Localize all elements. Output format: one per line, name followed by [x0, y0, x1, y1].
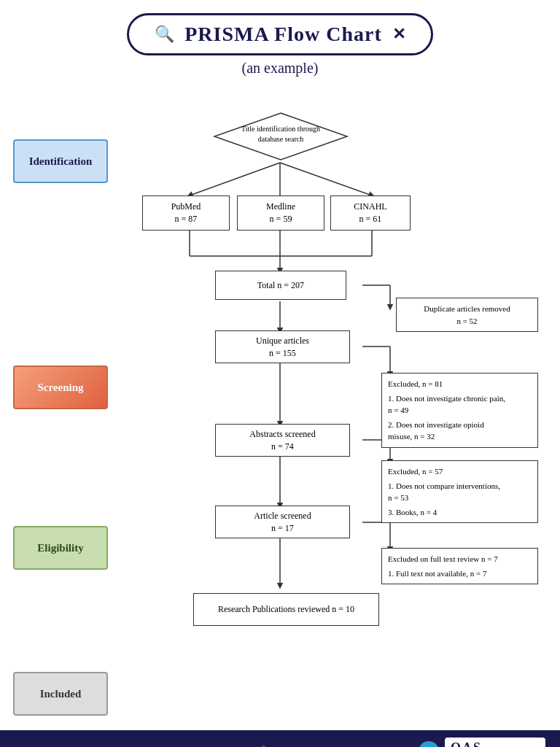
- footer: ✉ onlineassignmentservices1@gmail.com 📞 …: [0, 730, 560, 747]
- duplicate-box: Duplicate articles removed n = 52: [396, 298, 538, 332]
- oas-logo-box: OAS ONLINE ASSIGNMENT SERVICES: [445, 738, 545, 747]
- excluded-81-box: Excluded, n = 81 1. Does not investigate…: [381, 373, 538, 448]
- article-screened-box: Article screened n = 17: [215, 506, 350, 538]
- pubmed-box: PubMed n = 87: [142, 196, 230, 231]
- mail-icon: ✉: [15, 745, 24, 748]
- chart-area: Identification Screening Eligibility Inc…: [0, 90, 560, 724]
- footer-logo: 🌐 OAS ONLINE ASSIGNMENT SERVICES: [419, 738, 545, 747]
- excluded-full-text-box: Excluded on full text review n = 7 1. Fu…: [381, 548, 538, 584]
- subtitle: (an example): [0, 60, 560, 77]
- footer-phone: 📞 +61 871501720: [260, 745, 341, 748]
- total-box: Total n = 207: [215, 271, 346, 300]
- excluded-57-box: Excluded, n = 57 1. Does not compare int…: [381, 460, 538, 523]
- footer-email: ✉ onlineassignmentservices1@gmail.com: [15, 745, 182, 748]
- label-screening: Screening: [13, 365, 108, 409]
- svg-line-0: [190, 163, 280, 196]
- search-icon: 🔍: [155, 25, 174, 44]
- oas-text: OAS: [451, 740, 540, 747]
- page-title: PRISMA Flow Chart: [184, 23, 382, 46]
- svg-line-2: [280, 163, 372, 196]
- search-bar[interactable]: 🔍 PRISMA Flow Chart ✕: [127, 13, 433, 55]
- medline-box: Medline n = 59: [237, 196, 324, 231]
- svg-text:Title identification through: Title identification through: [241, 125, 320, 133]
- title-diamond-svg: Title identification through database se…: [211, 110, 350, 163]
- cinahl-box: CINAHL n = 61: [330, 196, 411, 231]
- unique-articles-box: Unique articles n = 155: [215, 330, 350, 363]
- globe-icon: 🌐: [419, 741, 439, 747]
- research-pub-box: Research Publications reviewed n = 10: [193, 593, 379, 626]
- phone-icon: 📞: [260, 745, 275, 748]
- abstracts-screened-box: Abstracts screened n = 74: [215, 424, 350, 457]
- label-eligibility: Eligibility: [13, 526, 108, 570]
- label-included: Included: [13, 672, 108, 716]
- close-icon[interactable]: ✕: [392, 25, 405, 44]
- svg-text:database search: database search: [258, 135, 303, 143]
- label-identification: Identification: [13, 139, 108, 183]
